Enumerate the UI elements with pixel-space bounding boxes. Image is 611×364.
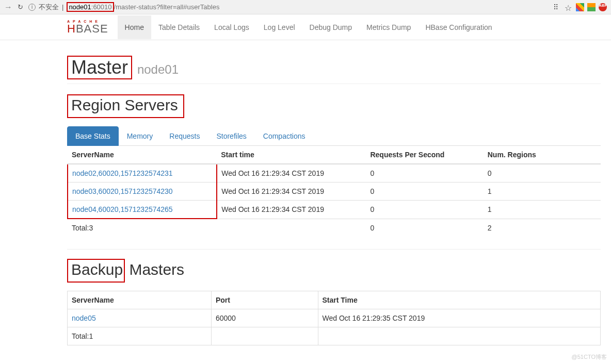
nav-hbase-config[interactable]: HBase Configuration <box>418 15 499 39</box>
insecure-label: 不安全 <box>39 3 59 12</box>
ext-icon-1[interactable] <box>576 3 584 11</box>
table-row: node02,60020,1571232574231 Wed Oct 16 21… <box>68 164 601 183</box>
table-row: node05 60000 Wed Oct 16 21:29:35 CST 201… <box>68 309 601 327</box>
bookmark-star-icon[interactable]: ☆ <box>565 3 573 11</box>
col-rps: Requests Per Second <box>366 146 483 164</box>
nav-home[interactable]: Home <box>118 15 151 39</box>
backup-masters-section: Backup Masters ServerName Port Start Tim… <box>67 259 601 345</box>
tab-memory[interactable]: Memory <box>119 126 162 146</box>
page-header: Master node01 <box>67 40 601 84</box>
col-starttime: Start time <box>217 146 366 164</box>
nav-metrics-dump[interactable]: Metrics Dump <box>359 15 418 39</box>
translate-icon[interactable]: ⠿ <box>553 3 561 11</box>
extension-icons: ⠿ ☆ ABP <box>553 3 607 11</box>
hbase-logo[interactable]: APACHE HBASE <box>67 20 108 35</box>
bm-col-servername: ServerName <box>68 291 212 309</box>
bm-col-port: Port <box>211 291 318 309</box>
server-link[interactable]: node03,60020,1571232574230 <box>72 187 173 195</box>
server-link[interactable]: node04,60020,1571232574265 <box>72 205 173 213</box>
table-total-row: Total:3 0 2 <box>68 219 601 237</box>
region-servers-section: Region Servers Base Stats Memory Request… <box>67 94 601 250</box>
tab-base-stats[interactable]: Base Stats <box>67 126 119 146</box>
nav-table-details[interactable]: Table Details <box>151 15 207 39</box>
server-link[interactable]: node02,60020,1571232574231 <box>72 169 173 177</box>
table-row: node03,60020,1571232574230 Wed Oct 16 21… <box>68 183 601 201</box>
rs-tabs: Base Stats Memory Requests Storefiles Co… <box>67 126 601 146</box>
bm-col-starttime: Start Time <box>318 291 601 309</box>
forward-icon[interactable]: → <box>4 3 12 12</box>
ext-icon-2[interactable] <box>587 3 596 11</box>
col-regions: Num. Regions <box>484 146 601 164</box>
reload-icon[interactable]: ↻ <box>18 3 23 11</box>
adblock-icon[interactable]: ABP <box>599 3 607 11</box>
info-icon[interactable]: i <box>28 4 36 11</box>
nav-log-level[interactable]: Log Level <box>256 15 302 39</box>
region-servers-table: ServerName Start time Requests Per Secon… <box>67 146 601 237</box>
table-row: node04,60020,1571232574265 Wed Oct 16 21… <box>68 201 601 219</box>
page-title: Master <box>71 57 128 78</box>
backup-server-link[interactable]: node05 <box>72 314 96 322</box>
col-servername: ServerName <box>68 146 217 164</box>
page-subtitle: node01 <box>137 62 179 76</box>
address-bar[interactable]: i 不安全 | node01:60010/master-status?filte… <box>28 3 548 12</box>
browser-toolbar: → ↻ i 不安全 | node01:60010/master-status?f… <box>0 0 611 14</box>
tab-requests[interactable]: Requests <box>161 126 208 146</box>
table-total-row: Total:1 <box>68 327 601 345</box>
main-navbar: APACHE HBASE Home Table Details Local Lo… <box>0 14 611 40</box>
nav-local-logs[interactable]: Local Logs <box>207 15 256 39</box>
divider <box>67 249 601 250</box>
nav-debug-dump[interactable]: Debug Dump <box>302 15 360 39</box>
backup-masters-heading: Backup Masters <box>67 259 601 283</box>
tab-storefiles[interactable]: Storefiles <box>208 126 254 146</box>
region-servers-heading: Region Servers <box>67 94 184 118</box>
backup-masters-table: ServerName Port Start Time node05 60000 … <box>67 291 601 345</box>
tab-compactions[interactable]: Compactions <box>255 126 314 146</box>
url-text: node01:60010/master-status?filter=all#us… <box>67 3 219 11</box>
